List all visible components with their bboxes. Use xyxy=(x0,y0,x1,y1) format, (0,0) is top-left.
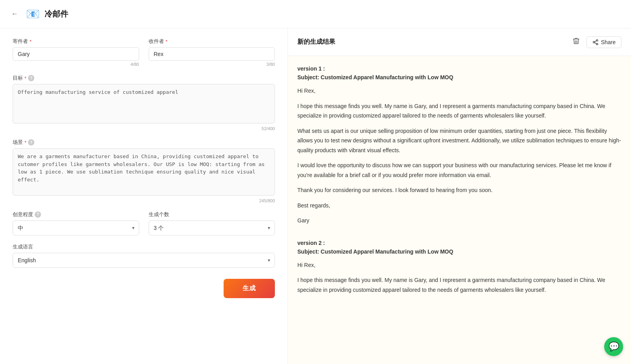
count-label: 生成个数 xyxy=(149,211,275,218)
count-dropdown-wrapper: 1 个 2 个 3 个 4 个 5 个 xyxy=(149,220,275,235)
sender-group: 寄件者* 4/80 xyxy=(13,38,139,67)
share-button[interactable]: Share xyxy=(586,36,622,48)
version-2-greeting: Hi Rex, xyxy=(297,260,622,270)
app-header: ← 📧 冷邮件 xyxy=(0,0,631,28)
creativity-select[interactable]: 低 中 高 xyxy=(13,220,139,235)
creativity-help-icon[interactable]: ? xyxy=(35,211,41,218)
count-group: 生成个数 1 个 2 个 3 个 4 个 5 个 xyxy=(149,211,275,235)
version-2-label: version 2 : xyxy=(297,240,622,246)
generate-btn-row: 生成 xyxy=(13,279,275,298)
svg-line-3 xyxy=(594,43,596,44)
float-chat-button[interactable]: 💬 xyxy=(604,337,623,356)
version-1-label: version 1 : xyxy=(297,65,622,72)
creativity-label: 创意程度 ? xyxy=(13,211,139,218)
back-button[interactable]: ← xyxy=(8,8,21,20)
version-2-body: Hi Rex, I hope this message finds you we… xyxy=(297,260,622,295)
generate-button[interactable]: 生成 xyxy=(224,279,275,298)
delete-button[interactable] xyxy=(571,35,582,49)
version-2-para-1: I hope this message finds you well. My n… xyxy=(297,275,622,295)
result-title: 新的生成结果 xyxy=(297,38,335,46)
receiver-group: 收件者* 3/80 xyxy=(149,38,275,67)
scenario-label: 场景* ? xyxy=(13,139,275,146)
goal-char-count: 52/400 xyxy=(13,126,275,131)
count-select[interactable]: 1 个 2 个 3 个 4 个 5 个 xyxy=(149,220,275,235)
email-version-1: version 1 : Subject: Customized Apparel … xyxy=(297,65,622,226)
page-title: 冷邮件 xyxy=(45,9,68,19)
language-label: 生成语言 xyxy=(13,243,275,250)
language-dropdown-wrapper: English 中文 日本語 한국어 Español xyxy=(13,253,275,268)
creativity-count-row: 创意程度 ? 低 中 高 生成个数 xyxy=(13,211,275,235)
language-select[interactable]: English 中文 日本語 한국어 Español xyxy=(13,253,275,268)
goal-group: 目标* ? Offering manufacturing service of … xyxy=(13,75,275,131)
version-1-subject: Subject: Customized Apparel Manufacturin… xyxy=(297,74,622,80)
sender-input[interactable] xyxy=(13,47,139,61)
version-1-greeting: Hi Rex, xyxy=(297,86,622,96)
email-version-2: version 2 : Subject: Customized Apparel … xyxy=(297,240,622,295)
share-label: Share xyxy=(601,39,616,45)
receiver-char-count: 3/80 xyxy=(149,62,275,67)
scenario-char-count: 245/800 xyxy=(13,198,275,203)
creativity-dropdown-wrapper: 低 中 高 xyxy=(13,220,139,235)
goal-label: 目标* ? xyxy=(13,75,275,82)
share-icon xyxy=(592,39,599,45)
scenario-group: 场景* ? We are a garments manufacturer bas… xyxy=(13,139,275,203)
receiver-input[interactable] xyxy=(149,47,275,61)
version-1-signature: Gary xyxy=(297,216,622,226)
goal-help-icon[interactable]: ? xyxy=(28,75,34,81)
version-1-para-4: Thank you for considering our services. … xyxy=(297,185,622,195)
creativity-group: 创意程度 ? 低 中 高 xyxy=(13,211,139,235)
result-actions: Share xyxy=(571,35,622,49)
version-1-para-3: I would love the opportunity to discuss … xyxy=(297,161,622,180)
sender-label: 寄件者* xyxy=(13,38,139,45)
version-2-subject: Subject: Customized Apparel Manufacturin… xyxy=(297,248,622,255)
left-panel: 寄件者* 4/80 收件者* 3/80 目标* ? xyxy=(0,28,288,364)
right-panel: 新的生成结果 xyxy=(288,28,631,364)
version-1-para-1: I hope this message finds you well. My n… xyxy=(297,101,622,121)
language-group: 生成语言 English 中文 日本語 한국어 Español xyxy=(13,243,275,268)
version-1-para-2: What sets us apart is our unique selling… xyxy=(297,126,622,155)
result-content: version 1 : Subject: Customized Apparel … xyxy=(288,56,631,364)
result-header: 新的生成结果 xyxy=(288,28,631,56)
sender-receiver-row: 寄件者* 4/80 收件者* 3/80 xyxy=(13,38,275,67)
version-1-closing: Best regards, xyxy=(297,201,622,211)
scenario-help-icon[interactable]: ? xyxy=(28,139,34,146)
scenario-textarea[interactable]: We are a garments manufacturer based in … xyxy=(13,148,275,196)
version-1-body: Hi Rex, I hope this message finds you we… xyxy=(297,86,622,226)
svg-line-4 xyxy=(594,41,596,42)
goal-textarea[interactable]: Offering manufacturing service of custom… xyxy=(13,84,275,123)
receiver-label: 收件者* xyxy=(149,38,275,45)
sender-char-count: 4/80 xyxy=(13,62,139,67)
app-icon: 📧 xyxy=(26,7,40,21)
